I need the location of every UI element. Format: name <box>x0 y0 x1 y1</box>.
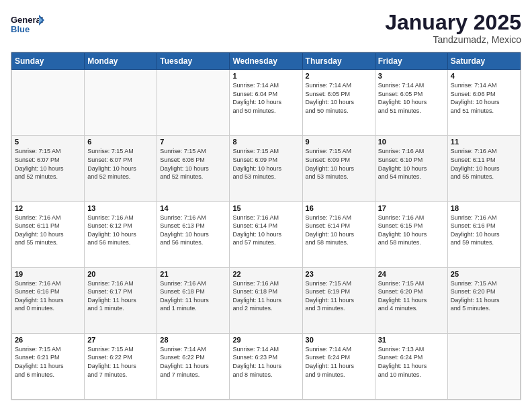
table-row: 5Sunrise: 7:15 AM Sunset: 6:07 PM Daylig… <box>12 136 85 201</box>
header-sunday: Sunday <box>12 53 85 70</box>
day-info: Sunrise: 7:14 AM Sunset: 6:05 PM Dayligh… <box>378 81 445 115</box>
table-row: 1Sunrise: 7:14 AM Sunset: 6:04 PM Daylig… <box>230 70 302 136</box>
header: General Blue January 2025 Tandzumadz, Me… <box>11 11 521 45</box>
day-number: 27 <box>87 336 154 344</box>
day-number: 25 <box>451 270 517 278</box>
week-row-3: 12Sunrise: 7:16 AM Sunset: 6:11 PM Dayli… <box>12 201 521 267</box>
header-friday: Friday <box>375 53 447 70</box>
day-number: 22 <box>232 270 299 278</box>
day-info: Sunrise: 7:13 AM Sunset: 6:24 PM Dayligh… <box>378 345 445 379</box>
day-number: 20 <box>87 270 154 278</box>
table-row: 2Sunrise: 7:14 AM Sunset: 6:05 PM Daylig… <box>302 70 375 136</box>
table-row: 22Sunrise: 7:16 AM Sunset: 6:18 PM Dayli… <box>230 267 302 333</box>
table-row: 13Sunrise: 7:16 AM Sunset: 6:12 PM Dayli… <box>85 201 157 267</box>
day-info: Sunrise: 7:15 AM Sunset: 6:09 PM Dayligh… <box>306 147 372 181</box>
day-info: Sunrise: 7:15 AM Sunset: 6:21 PM Dayligh… <box>15 345 81 379</box>
logo-svg: General Blue <box>11 11 44 40</box>
day-info: Sunrise: 7:14 AM Sunset: 6:06 PM Dayligh… <box>451 81 517 115</box>
day-info: Sunrise: 7:16 AM Sunset: 6:14 PM Dayligh… <box>306 214 372 247</box>
table-row: 12Sunrise: 7:16 AM Sunset: 6:11 PM Dayli… <box>12 201 85 267</box>
week-row-1: 1Sunrise: 7:14 AM Sunset: 6:04 PM Daylig… <box>12 70 521 136</box>
title-section: January 2025 Tandzumadz, Mexico <box>385 11 521 45</box>
day-number: 5 <box>15 138 81 146</box>
day-number: 15 <box>232 204 299 212</box>
logo: General Blue <box>11 11 44 40</box>
day-info: Sunrise: 7:15 AM Sunset: 6:07 PM Dayligh… <box>87 147 154 181</box>
svg-text:Blue: Blue <box>11 24 30 34</box>
day-info: Sunrise: 7:15 AM Sunset: 6:08 PM Dayligh… <box>160 147 226 181</box>
table-row: 6Sunrise: 7:15 AM Sunset: 6:07 PM Daylig… <box>85 136 157 201</box>
table-row: 23Sunrise: 7:15 AM Sunset: 6:19 PM Dayli… <box>302 267 375 333</box>
day-number: 26 <box>15 336 81 344</box>
day-number: 29 <box>232 336 299 344</box>
day-info: Sunrise: 7:16 AM Sunset: 6:12 PM Dayligh… <box>87 214 154 247</box>
day-number: 10 <box>378 138 445 146</box>
day-info: Sunrise: 7:16 AM Sunset: 6:11 PM Dayligh… <box>451 147 517 181</box>
day-info: Sunrise: 7:15 AM Sunset: 6:20 PM Dayligh… <box>451 279 517 313</box>
day-number: 18 <box>451 204 517 212</box>
table-row: 30Sunrise: 7:14 AM Sunset: 6:24 PM Dayli… <box>302 333 375 399</box>
day-info: Sunrise: 7:15 AM Sunset: 6:19 PM Dayligh… <box>306 279 372 313</box>
table-row: 18Sunrise: 7:16 AM Sunset: 6:16 PM Dayli… <box>447 201 520 267</box>
header-wednesday: Wednesday <box>230 53 302 70</box>
table-row <box>85 70 157 136</box>
table-row: 19Sunrise: 7:16 AM Sunset: 6:16 PM Dayli… <box>12 267 85 333</box>
day-info: Sunrise: 7:14 AM Sunset: 6:24 PM Dayligh… <box>306 345 372 379</box>
table-row: 16Sunrise: 7:16 AM Sunset: 6:14 PM Dayli… <box>302 201 375 267</box>
day-number: 14 <box>160 204 226 212</box>
day-info: Sunrise: 7:15 AM Sunset: 6:07 PM Dayligh… <box>15 147 81 181</box>
table-row: 31Sunrise: 7:13 AM Sunset: 6:24 PM Dayli… <box>375 333 447 399</box>
table-row: 24Sunrise: 7:15 AM Sunset: 6:20 PM Dayli… <box>375 267 447 333</box>
header-saturday: Saturday <box>447 53 520 70</box>
table-row: 28Sunrise: 7:14 AM Sunset: 6:22 PM Dayli… <box>157 333 230 399</box>
day-info: Sunrise: 7:14 AM Sunset: 6:23 PM Dayligh… <box>232 345 299 379</box>
day-info: Sunrise: 7:16 AM Sunset: 6:15 PM Dayligh… <box>378 214 445 247</box>
month-title: January 2025 <box>385 11 521 34</box>
table-row: 9Sunrise: 7:15 AM Sunset: 6:09 PM Daylig… <box>302 136 375 201</box>
table-row: 26Sunrise: 7:15 AM Sunset: 6:21 PM Dayli… <box>12 333 85 399</box>
day-number: 21 <box>160 270 226 278</box>
day-number: 23 <box>306 270 372 278</box>
calendar: Sunday Monday Tuesday Wednesday Thursday… <box>11 52 521 400</box>
table-row: 14Sunrise: 7:16 AM Sunset: 6:13 PM Dayli… <box>157 201 230 267</box>
table-row: 20Sunrise: 7:16 AM Sunset: 6:17 PM Dayli… <box>85 267 157 333</box>
day-info: Sunrise: 7:14 AM Sunset: 6:04 PM Dayligh… <box>232 81 299 115</box>
day-number: 19 <box>15 270 81 278</box>
day-number: 16 <box>306 204 372 212</box>
table-row: 29Sunrise: 7:14 AM Sunset: 6:23 PM Dayli… <box>230 333 302 399</box>
week-row-5: 26Sunrise: 7:15 AM Sunset: 6:21 PM Dayli… <box>12 333 521 399</box>
table-row <box>157 70 230 136</box>
day-info: Sunrise: 7:15 AM Sunset: 6:09 PM Dayligh… <box>232 147 299 181</box>
table-row <box>12 70 85 136</box>
day-number: 4 <box>451 72 517 80</box>
day-info: Sunrise: 7:16 AM Sunset: 6:18 PM Dayligh… <box>232 279 299 313</box>
day-number: 12 <box>15 204 81 212</box>
table-row: 21Sunrise: 7:16 AM Sunset: 6:18 PM Dayli… <box>157 267 230 333</box>
day-info: Sunrise: 7:16 AM Sunset: 6:18 PM Dayligh… <box>160 279 226 313</box>
table-row <box>447 333 520 399</box>
day-number: 24 <box>378 270 445 278</box>
day-info: Sunrise: 7:16 AM Sunset: 6:10 PM Dayligh… <box>378 147 445 181</box>
table-row: 27Sunrise: 7:15 AM Sunset: 6:22 PM Dayli… <box>85 333 157 399</box>
day-number: 2 <box>306 72 372 80</box>
table-row: 15Sunrise: 7:16 AM Sunset: 6:14 PM Dayli… <box>230 201 302 267</box>
day-number: 7 <box>160 138 226 146</box>
day-number: 9 <box>306 138 372 146</box>
day-info: Sunrise: 7:16 AM Sunset: 6:11 PM Dayligh… <box>15 214 81 247</box>
day-info: Sunrise: 7:15 AM Sunset: 6:20 PM Dayligh… <box>378 279 445 313</box>
day-number: 1 <box>232 72 299 80</box>
day-info: Sunrise: 7:14 AM Sunset: 6:22 PM Dayligh… <box>160 345 226 379</box>
day-number: 30 <box>306 336 372 344</box>
table-row: 17Sunrise: 7:16 AM Sunset: 6:15 PM Dayli… <box>375 201 447 267</box>
day-info: Sunrise: 7:14 AM Sunset: 6:05 PM Dayligh… <box>306 81 372 115</box>
day-number: 17 <box>378 204 445 212</box>
table-row: 25Sunrise: 7:15 AM Sunset: 6:20 PM Dayli… <box>447 267 520 333</box>
table-row: 10Sunrise: 7:16 AM Sunset: 6:10 PM Dayli… <box>375 136 447 201</box>
header-thursday: Thursday <box>302 53 375 70</box>
day-info: Sunrise: 7:16 AM Sunset: 6:14 PM Dayligh… <box>232 214 299 247</box>
header-monday: Monday <box>85 53 157 70</box>
header-tuesday: Tuesday <box>157 53 230 70</box>
location: Tandzumadz, Mexico <box>385 34 521 45</box>
day-info: Sunrise: 7:16 AM Sunset: 6:16 PM Dayligh… <box>15 279 81 313</box>
day-info: Sunrise: 7:16 AM Sunset: 6:16 PM Dayligh… <box>451 214 517 247</box>
